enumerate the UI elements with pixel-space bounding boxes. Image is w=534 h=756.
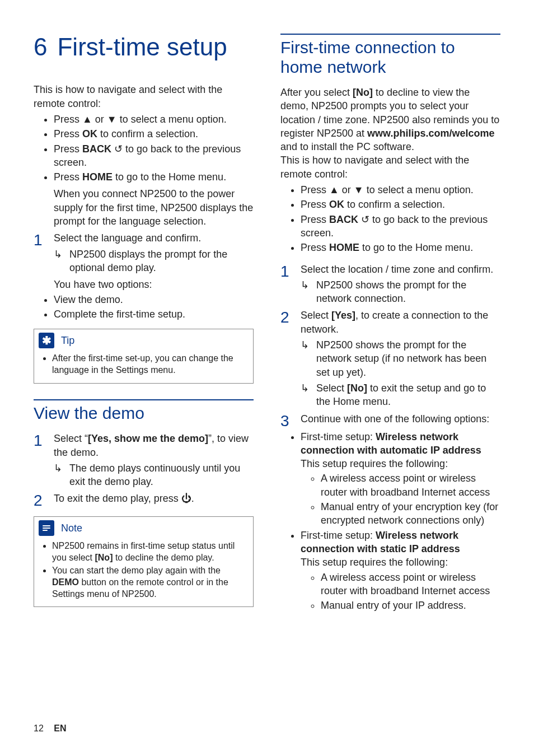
section-first-connection: First-time connection to home network [280, 38, 500, 77]
option-item: Complete the first-time setup. [54, 307, 254, 321]
note-item: You can start the demo play again with t… [52, 565, 245, 600]
asterisk-icon: ✱ [39, 333, 54, 348]
step-body: To exit the demo play, press ⏻. [54, 492, 254, 508]
option-item: View the demo. [54, 293, 254, 306]
chapter-title: First-time setup [57, 33, 227, 60]
step-body: Continue with one of the following optio… [301, 412, 500, 429]
step-number: 2 [34, 492, 54, 508]
nav-item: Press HOME to go to the Home menu. [54, 170, 254, 184]
arrow-icon: ↳ [301, 338, 316, 379]
right-step-2: 2 Select [Yes], to create a connection t… [280, 309, 500, 408]
result-line: ↳ NP2500 displays the prompt for the opt… [54, 248, 254, 275]
nav-item: Press ▲ or ▼ to select a menu option. [301, 183, 500, 197]
option-req: This setup requires the following: [301, 557, 448, 568]
connect-paragraph: When you connect NP2500 to the power sup… [34, 187, 254, 228]
page-lang: EN [54, 724, 66, 733]
note-label: Note [61, 522, 82, 534]
chapter-number: 6 [34, 34, 47, 60]
step-body: Select [Yes], to create a connection to … [301, 309, 500, 408]
right-column: First-time connection to home network Af… [280, 34, 500, 615]
nav-item: Press ▲ or ▼ to select a menu option. [54, 113, 254, 126]
tip-box: ✱ Tip After the first-time set-up, you c… [34, 329, 254, 384]
result-line: ↳ Select [No] to exit the setup and go t… [301, 381, 500, 409]
result-text: NP2500 displays the prompt for the optio… [69, 248, 254, 275]
result-line: ↳ The demo plays continuously until you … [54, 461, 254, 489]
step-number: 3 [280, 412, 301, 429]
step-number: 1 [34, 432, 54, 488]
step-text: Select [Yes], to create a connection to … [301, 310, 488, 334]
option-lead: First-time setup: Wireless network conne… [301, 530, 460, 554]
result-text: NP2500 shows the prompt for the network … [316, 278, 500, 306]
setup-options: First-time setup: Wireless network conne… [280, 430, 500, 613]
result-line: ↳ NP2500 shows the prompt for the networ… [301, 338, 500, 379]
columns: 6First-time setup This is how to navigat… [34, 34, 500, 615]
right-step-3: 3 Continue with one of the following opt… [280, 412, 500, 429]
tip-header: ✱ Tip [34, 329, 253, 351]
result-text: NP2500 shows the prompt for the network … [316, 338, 500, 379]
requirements: A wireless access point or wireless rout… [301, 571, 500, 613]
req-item: Manual entry of your IP address. [321, 599, 500, 612]
setup-option: First-time setup: Wireless network conne… [301, 430, 500, 528]
right-step-1: 1 Select the location / time zone and co… [280, 263, 500, 306]
options-list: View the demo. Complete the first-time s… [34, 293, 254, 321]
note-box: Note NP2500 remains in first-time setup … [34, 516, 254, 607]
page-footer: 12 EN [34, 724, 66, 734]
demo-step-2: 2 To exit the demo play, press ⏻. [34, 492, 254, 508]
step-text: Select the language and confirm. [54, 232, 201, 244]
demo-step-1: 1 Select “[Yes, show me the demo]”, to v… [34, 432, 254, 488]
note-icon [39, 520, 54, 536]
option-req: This setup requires the following: [301, 458, 448, 469]
arrow-icon: ↳ [301, 278, 316, 306]
page-number: 12 [34, 724, 44, 733]
setup-option: First-time setup: Wireless network conne… [301, 529, 500, 613]
step-text: Continue with one of the following optio… [301, 413, 489, 424]
left-column: 6First-time setup This is how to navigat… [34, 34, 254, 615]
after-text: You have two options: [54, 278, 254, 291]
right-intro: After you select [No] to decline to view… [280, 86, 500, 181]
req-item: Manual entry of your encryption key (for… [321, 500, 500, 528]
nav-item: Press HOME to go to the Home menu. [301, 241, 500, 254]
note-item: NP2500 remains in first-time setup statu… [52, 540, 245, 564]
tip-items: After the first-time set-up, you can cha… [42, 353, 245, 376]
arrow-icon: ↳ [301, 381, 316, 409]
section-view-demo: View the demo [34, 404, 254, 423]
requirements: A wireless access point or wireless rout… [301, 472, 500, 527]
note-header: Note [34, 517, 253, 538]
arrow-icon: ↳ [54, 461, 69, 489]
nav-item: Press OK to confirm a selection. [54, 127, 254, 141]
nav-list-right: Press ▲ or ▼ to select a menu option. Pr… [280, 183, 500, 254]
option-lead: First-time setup: Wireless network conne… [301, 431, 481, 456]
note-items: NP2500 remains in first-time setup statu… [42, 540, 245, 600]
step-text: To exit the demo play, press ⏻. [54, 493, 194, 504]
result-text: Select [No] to exit the setup and go to … [316, 381, 500, 409]
step-number: 2 [280, 309, 301, 408]
nav-item: Press OK to confirm a selection. [301, 198, 500, 211]
page: 6First-time setup This is how to navigat… [0, 0, 534, 756]
req-item: A wireless access point or wireless rout… [321, 472, 500, 499]
nav-item: Press BACK ↺ to go back to the previous … [54, 142, 254, 170]
nav-item: Press BACK ↺ to go back to the previous … [301, 213, 500, 240]
result-text: The demo plays continuously until you ex… [69, 461, 254, 489]
step-text: Select “[Yes, show me the demo]”, to vie… [54, 433, 249, 458]
step-1: 1 Select the language and confirm. ↳ NP2… [34, 231, 254, 291]
step-text: Select the location / time zone and conf… [301, 264, 493, 275]
step-number: 1 [34, 231, 54, 291]
arrow-icon: ↳ [54, 248, 69, 275]
section-divider [34, 399, 254, 404]
tip-label: Tip [61, 335, 74, 347]
nav-list-left: Press ▲ or ▼ to select a menu option. Pr… [34, 113, 254, 184]
tip-item: After the first-time set-up, you can cha… [52, 353, 245, 376]
req-item: A wireless access point or wireless rout… [321, 571, 500, 598]
intro-text: This is how to navigate and select with … [34, 83, 254, 110]
section-divider [280, 34, 500, 38]
step-body: Select the location / time zone and conf… [301, 263, 500, 306]
chapter-heading: 6First-time setup [34, 34, 254, 60]
step-number: 1 [280, 263, 301, 306]
step-body: Select “[Yes, show me the demo]”, to vie… [54, 432, 254, 488]
result-line: ↳ NP2500 shows the prompt for the networ… [301, 278, 500, 306]
step-body: Select the language and confirm. ↳ NP250… [54, 231, 254, 291]
